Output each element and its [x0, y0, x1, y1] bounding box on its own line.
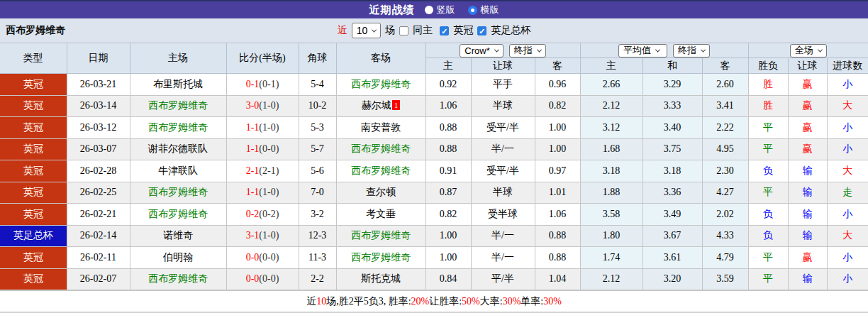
chevron-down-icon: [818, 47, 823, 52]
asian-home-odds: 1.00: [425, 247, 471, 269]
league-checkbox-label[interactable]: 英冠: [453, 24, 473, 37]
asian-home-odds: 0.88: [425, 138, 471, 160]
corner-count: 5-6: [299, 160, 336, 182]
league-type-badge: 英足总杯: [0, 225, 67, 247]
summary-stat-label: 场,胜2平5负3, 胜率:: [326, 295, 411, 308]
fulltime-score: 3-1: [246, 230, 260, 241]
asian-handicap-line: 受平/半: [471, 160, 535, 182]
home-team: 西布罗姆维奇: [130, 268, 226, 290]
radio-selected-icon[interactable]: [468, 6, 477, 15]
away-team: 斯托克城: [336, 268, 425, 290]
bookmaker-select-value: Crow*: [464, 45, 489, 56]
match-row: 英冠26-02-25西布罗姆维奇1-1(1-0)7-0查尔顿0.87半球1.01…: [0, 182, 868, 204]
summary-stat-value: 10: [316, 296, 326, 307]
radio-horizontal-layout[interactable]: 横版: [468, 4, 499, 16]
corner-count: 5-4: [299, 74, 336, 96]
cup-checkbox-label[interactable]: 英足总杯: [491, 24, 530, 37]
scope-group: 全场: [748, 43, 868, 58]
league-checkbox[interactable]: ✓: [440, 26, 449, 35]
away-team: 西布罗姆维奇: [336, 225, 425, 247]
games-label: 场: [385, 24, 395, 37]
away-team: 南安普敦: [336, 117, 425, 139]
euro-away-odds: 2.30: [702, 160, 748, 182]
home-team: 西布罗姆维奇: [130, 117, 226, 139]
corner-count: 7-0: [299, 182, 336, 204]
scope-select[interactable]: 全场: [790, 44, 827, 57]
radio-vertical-layout[interactable]: 竖版: [425, 4, 455, 16]
col-euro-draw: 和: [642, 58, 702, 74]
same-home-checkbox[interactable]: [399, 26, 408, 35]
euro-draw-odds: 3.75: [642, 138, 702, 160]
same-home-label[interactable]: 同主: [413, 24, 433, 37]
bookmaker-select[interactable]: Crow*: [460, 44, 503, 57]
cup-checkbox[interactable]: ✓: [477, 26, 486, 35]
euro-away-odds: 4.33: [702, 225, 748, 247]
halftime-score: (1-0): [259, 230, 279, 241]
near-label: 近: [338, 24, 347, 37]
euro-odds-stage-select[interactable]: 终指: [673, 44, 710, 57]
goals-result-flag: 小: [827, 247, 868, 269]
league-type-badge: 英冠: [0, 247, 67, 269]
goals-result-flag: 大: [827, 225, 868, 247]
match-count-value: 10: [357, 25, 368, 36]
euro-away-odds: 2.22: [702, 117, 748, 139]
fulltime-score: 0-2: [246, 209, 260, 219]
home-team: 牛津联队: [130, 160, 226, 182]
team-name: 西布罗姆维奇: [6, 24, 65, 37]
score-cell: 3-0(1-0): [226, 95, 299, 117]
euro-home-odds: 3.58: [580, 204, 642, 226]
fulltime-score: 0-0: [246, 252, 260, 263]
goals-result-flag: 大: [827, 160, 868, 182]
euro-odds-group: 平均值 终指: [580, 43, 748, 58]
match-row: 英冠26-02-21西布罗姆维奇0-2(0-2)3-2考文垂0.82受半球1.0…: [0, 204, 868, 226]
asian-home-odds: 0.82: [425, 204, 471, 226]
result-flag: 平: [748, 268, 788, 290]
asian-handicap-line: 平手: [471, 74, 535, 96]
asian-home-odds: 0.92: [425, 74, 471, 96]
asian-odds-stage-select[interactable]: 终指: [509, 44, 546, 57]
euro-away-odds: 4.79: [702, 247, 748, 269]
goals-result-flag: 小: [827, 268, 868, 290]
radio-horizontal-label[interactable]: 横版: [481, 4, 499, 16]
halftime-score: (0-2): [259, 209, 279, 219]
corner-count: 10-2: [299, 95, 336, 117]
filter-bar: 西布罗姆维奇 近 10 场 同主 ✓ 英冠 ✓ 英足总杯: [0, 18, 868, 43]
away-team: 西布罗姆维奇: [336, 160, 425, 182]
euro-odds-source-select[interactable]: 平均值: [618, 44, 667, 57]
league-type-badge: 英冠: [0, 138, 67, 160]
away-team: 西布罗姆维奇: [336, 138, 425, 160]
col-home: 主场: [130, 43, 226, 74]
asian-home-odds: 0.91: [425, 160, 471, 182]
handicap-result-flag: 赢: [788, 138, 827, 160]
home-team: 西布罗姆维奇: [130, 182, 226, 204]
match-count-select[interactable]: 10: [352, 23, 382, 38]
asian-handicap-line: 半/一: [471, 225, 535, 247]
score-cell: 1-1(1-0): [226, 117, 299, 139]
home-team: 西布罗姆维奇: [130, 95, 226, 117]
score-cell: 1-1(0-0): [226, 138, 299, 160]
asian-handicap-line: 半球: [471, 95, 535, 117]
match-row: 英冠26-03-12西布罗姆维奇1-1(1-0)5-3南安普敦0.88受平/半1…: [0, 117, 868, 139]
euro-draw-odds: 3.29: [642, 74, 702, 96]
euro-draw-odds: 3.61: [642, 247, 702, 269]
score-cell: 3-1(1-0): [226, 225, 299, 247]
euro-away-odds: 4.27: [702, 182, 748, 204]
results-table: 类型 日期 主场 比分(半场) 角球 客场 Crow* 终指: [0, 43, 868, 290]
radio-unselected-icon[interactable]: [425, 6, 433, 14]
asian-away-odds: 1.06: [535, 204, 580, 226]
goals-result-flag: 小: [827, 117, 868, 139]
home-team: 布里斯托城: [130, 74, 226, 96]
asian-handicap-line: 受半球: [471, 204, 535, 226]
euro-home-odds: 1.68: [580, 138, 642, 160]
euro-away-odds: 3.59: [702, 268, 748, 290]
result-flag: 负: [748, 204, 788, 226]
result-flag: 平: [748, 182, 788, 204]
home-team: 谢菲尔德联队: [130, 138, 226, 160]
home-team: 诺维奇: [130, 225, 226, 247]
euro-away-odds: 3.41: [702, 95, 748, 117]
radio-vertical-label[interactable]: 竖版: [437, 4, 455, 16]
goals-result-flag: 小: [827, 138, 868, 160]
col-asian-away: 客: [535, 58, 580, 74]
corner-count: 12-3: [299, 225, 336, 247]
asian-away-odds: 0.88: [535, 225, 580, 247]
